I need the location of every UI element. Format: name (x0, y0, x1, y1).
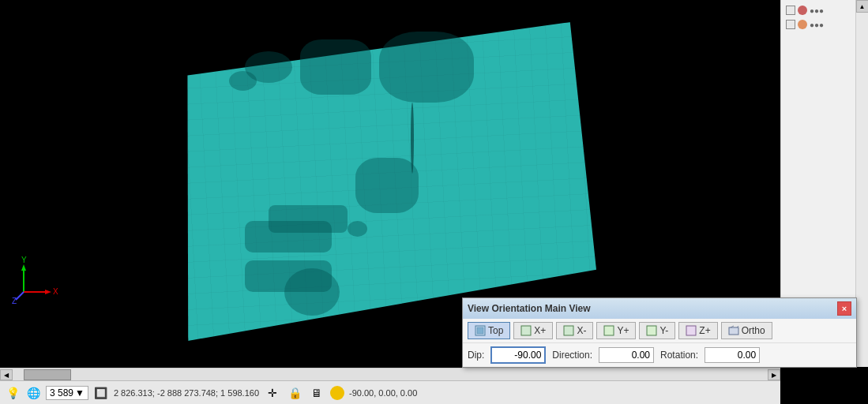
layer-2-checkbox[interactable] (786, 20, 795, 29)
screen-icon[interactable]: 🖥 (308, 384, 325, 402)
right-scrollbar[interactable]: ▲ (855, 0, 868, 367)
filter-icon[interactable]: 🔲 (93, 385, 109, 401)
xminus-icon (563, 325, 574, 336)
top-view-icon (475, 325, 486, 336)
status-bar: 💡 🌐 3 589 ▼ 🔲 2 826.313; -2 888 273.748;… (0, 380, 780, 404)
alert-indicator[interactable] (330, 386, 344, 400)
view-ortho-label: Ortho (742, 325, 765, 336)
svg-text:Y: Y (21, 256, 27, 264)
lock-icon[interactable]: 🔒 (286, 384, 303, 402)
layer-1-label: ●●● (810, 6, 824, 15)
svg-rect-10 (521, 326, 531, 335)
view-orientation-dialog: View Orientation Main View × Top X+ (462, 297, 857, 368)
view-zplus-label: Z+ (699, 325, 710, 336)
layer-item-1[interactable]: ●●● (783, 3, 866, 17)
view-xminus-button[interactable]: X- (556, 322, 593, 339)
layer-2-color (798, 20, 807, 29)
crosshair-icon[interactable]: ✛ (264, 384, 281, 402)
light-icon[interactable]: 💡 (5, 385, 21, 401)
coordinates-display: 2 826.313; -2 888 273.748; 1 598.160 (114, 388, 259, 398)
svg-rect-13 (647, 326, 656, 335)
terrain-detail-5 (355, 158, 419, 213)
svg-line-6 (16, 292, 24, 300)
terrain-detail-10 (229, 71, 257, 91)
globe-icon[interactable]: 🌐 (25, 385, 41, 401)
xplus-icon (520, 325, 532, 336)
yplus-icon (603, 325, 614, 336)
view-xminus-label: X- (577, 325, 586, 336)
scroll-left-arrow[interactable]: ◀ (0, 369, 13, 380)
count-value: 3 589 (50, 387, 73, 398)
svg-rect-15 (729, 327, 738, 335)
scroll-right-arrow[interactable]: ▶ (768, 369, 780, 380)
direction-label: Direction: (552, 350, 592, 361)
view-top-label: Top (488, 325, 503, 336)
layer-1-color (798, 6, 807, 15)
view-yplus-label: Y+ (617, 325, 629, 336)
view-yplus-button[interactable]: Y+ (596, 322, 636, 339)
dialog-close-button[interactable]: × (837, 301, 851, 316)
yminus-icon (646, 325, 657, 336)
view-yminus-button[interactable]: Y- (639, 322, 675, 339)
dialog-fields: Dip: Direction: Rotation: (463, 343, 856, 367)
layer-1-checkbox[interactable] (786, 6, 795, 15)
layer-2-label: ●●● (810, 21, 824, 29)
right-scroll-up[interactable]: ▲ (856, 0, 869, 13)
dropdown-arrow: ▼ (75, 387, 85, 398)
svg-marker-4 (45, 290, 51, 294)
svg-rect-14 (686, 326, 696, 335)
axis-svg: Y X Z (12, 256, 59, 304)
view-yminus-label: Y- (659, 325, 668, 336)
terrain-detail-2 (300, 39, 371, 95)
dip-label: Dip: (468, 350, 484, 361)
dialog-toolbar: Top X+ X- (463, 319, 856, 343)
rotation-input[interactable] (705, 347, 760, 363)
svg-rect-11 (564, 326, 573, 335)
rotation-label: Rotation: (660, 350, 698, 361)
view-xplus-button[interactable]: X+ (513, 322, 553, 339)
terrain-detail-11 (348, 221, 367, 237)
zplus-icon (686, 325, 697, 336)
scroll-thumb[interactable] (24, 369, 71, 380)
ortho-icon (728, 325, 739, 336)
bottom-coords: -90.00, 0.00, 0.00 (349, 388, 417, 398)
layer-item-2[interactable]: ●●● (783, 17, 866, 32)
horizontal-scrollbar[interactable]: ◀ ▶ (0, 368, 780, 380)
dialog-titlebar: View Orientation Main View × (463, 298, 856, 319)
terrain-detail-9 (284, 268, 340, 316)
svg-text:Z: Z (12, 297, 17, 304)
view-top-button[interactable]: Top (468, 322, 510, 339)
dialog-title: View Orientation Main View (468, 303, 591, 314)
count-dropdown[interactable]: 3 589 ▼ (46, 386, 88, 400)
svg-marker-1 (21, 264, 26, 271)
terrain-detail-3 (379, 32, 474, 103)
svg-text:X: X (53, 287, 58, 296)
view-ortho-button[interactable]: Ortho (721, 322, 772, 339)
terrain-detail-8 (269, 205, 348, 233)
svg-rect-9 (477, 327, 483, 334)
view-zplus-button[interactable]: Z+ (678, 322, 717, 339)
svg-rect-12 (604, 326, 614, 335)
direction-input[interactable] (599, 347, 654, 363)
view-xplus-label: X+ (534, 325, 546, 336)
axis-indicator: Y X Z (12, 256, 59, 304)
dip-input[interactable] (490, 346, 546, 364)
